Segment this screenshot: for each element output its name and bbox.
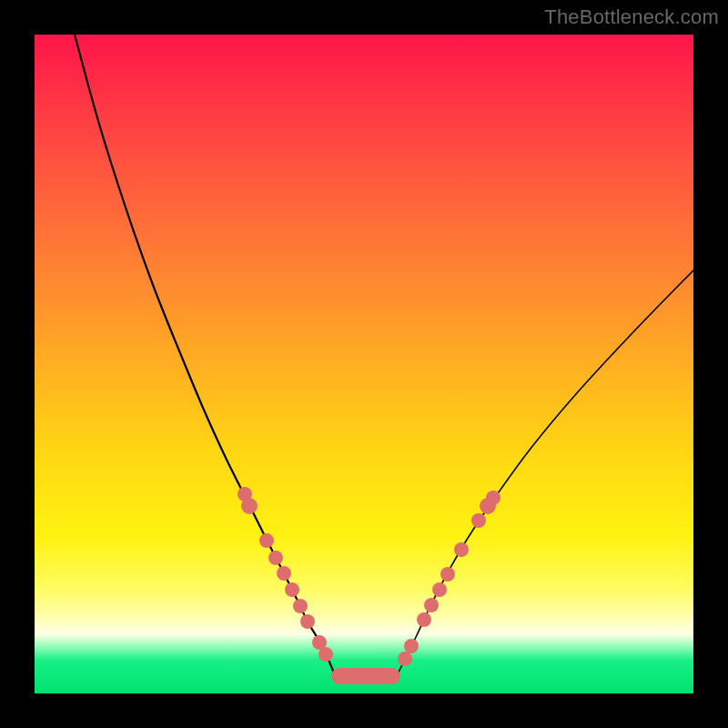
data-marker bbox=[241, 498, 258, 514]
data-marker bbox=[454, 542, 469, 557]
markers-left bbox=[238, 487, 333, 662]
data-marker bbox=[440, 567, 455, 581]
chart-frame: TheBottleneck.com bbox=[0, 0, 728, 728]
data-marker bbox=[486, 490, 500, 505]
data-marker bbox=[277, 566, 291, 581]
markers-right bbox=[398, 490, 500, 666]
data-marker bbox=[432, 582, 447, 597]
data-marker bbox=[398, 652, 412, 666]
data-marker bbox=[318, 647, 333, 662]
data-marker bbox=[471, 513, 486, 528]
curve-right bbox=[397, 270, 693, 675]
data-marker bbox=[404, 639, 419, 653]
data-marker bbox=[268, 551, 283, 565]
data-marker bbox=[259, 533, 274, 548]
data-marker bbox=[285, 582, 299, 597]
data-marker bbox=[424, 598, 439, 612]
chart-svg bbox=[35, 35, 693, 693]
data-marker bbox=[300, 614, 315, 629]
watermark-text: TheBottleneck.com bbox=[544, 5, 719, 29]
curve-left bbox=[75, 35, 335, 675]
data-marker bbox=[417, 612, 431, 627]
plot-area bbox=[35, 35, 693, 693]
data-marker bbox=[293, 599, 308, 613]
trough-marker-pill bbox=[331, 668, 400, 684]
